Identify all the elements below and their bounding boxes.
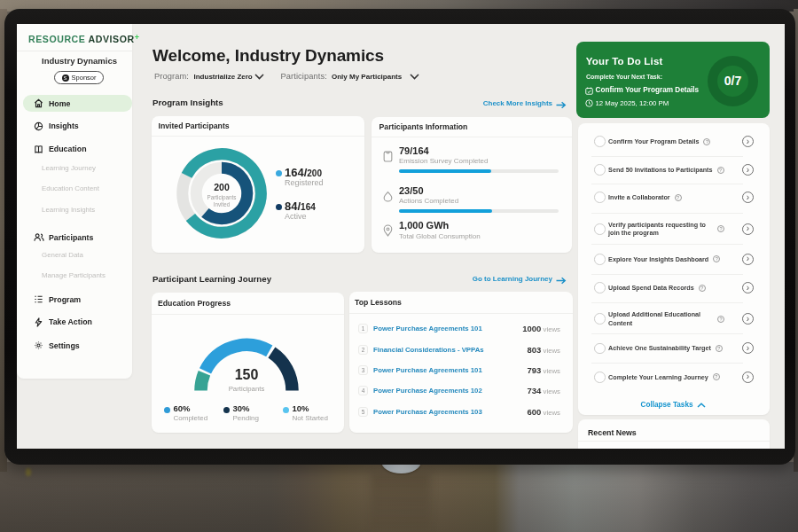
svg-text:Invited: Invited [213,200,230,207]
svg-text:200: 200 [214,181,230,192]
